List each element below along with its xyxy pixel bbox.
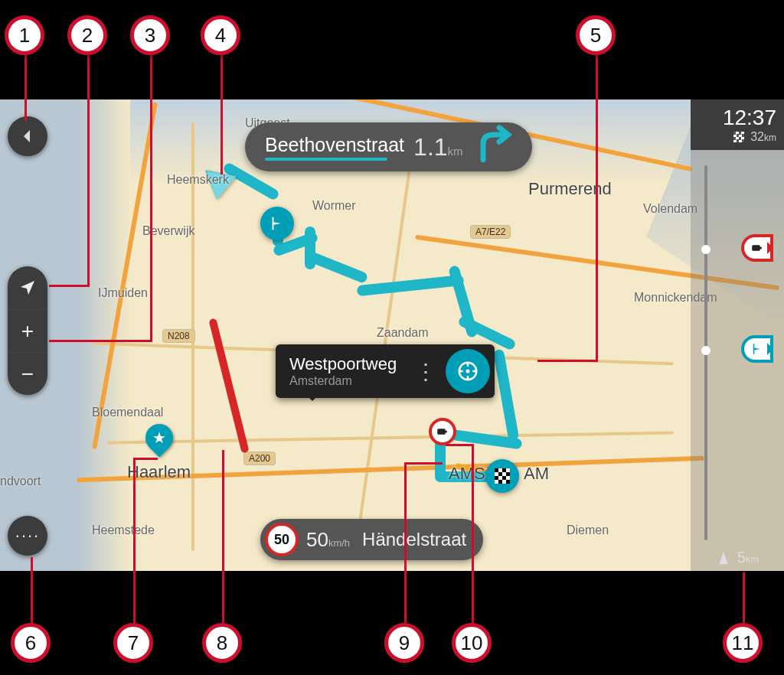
callout-1: 1: [5, 15, 44, 55]
callout-3: 3: [130, 15, 170, 55]
label-wormer: Wormer: [312, 199, 356, 213]
selected-location-subtitle: Amsterdam: [289, 374, 397, 388]
zoom-out-button[interactable]: −: [8, 352, 47, 395]
svg-rect-4: [752, 245, 760, 251]
current-street: Händelstraat: [362, 529, 466, 550]
callout-9: 9: [384, 623, 424, 663]
switch-view-button[interactable]: [8, 266, 47, 309]
selected-location-title: Westpoortweg: [289, 354, 397, 374]
label-zandvoort-cut: ndvoort: [0, 474, 41, 488]
next-instruction-panel[interactable]: Beethovenstraat 1.1km: [245, 122, 532, 171]
drive-to-button[interactable]: [446, 349, 490, 393]
main-menu-button[interactable]: ····: [8, 516, 47, 556]
selected-location-more-button[interactable]: ⋮: [410, 359, 441, 384]
back-button[interactable]: [8, 116, 47, 156]
current-speed: 50km/h: [306, 528, 350, 552]
callout-11: 11: [723, 623, 763, 663]
callout-10: 10: [452, 623, 492, 663]
road-shield-a200: A200: [243, 452, 276, 465]
waypoint-flag-marker[interactable]: [260, 207, 294, 240]
road-shield-a7e22: A7/E22: [470, 225, 511, 239]
label-bloemendaal: Bloemendaal: [92, 406, 163, 419]
callout-5: 5: [576, 15, 616, 55]
favourite-marker[interactable]: ★: [140, 419, 179, 458]
next-distance: 1.1km: [413, 133, 462, 161]
routebar-speed-camera[interactable]: [741, 234, 773, 262]
map-canvas[interactable]: N208 A200 A7/E22 ★: [0, 99, 784, 571]
label-diemen: Diemen: [567, 523, 609, 537]
label-haarlem: Haarlem: [127, 462, 191, 482]
turn-right-icon: [472, 124, 515, 170]
speed-street-panel[interactable]: 50 50km/h Händelstraat: [260, 519, 483, 560]
speed-limit-sign: 50: [265, 523, 299, 556]
next-street: Beethovenstraat: [265, 134, 404, 156]
callout-6: 6: [11, 623, 51, 663]
svg-rect-0: [437, 429, 446, 435]
callout-4: 4: [201, 15, 240, 55]
route-bar[interactable]: 12:37 32km: [691, 99, 784, 571]
arrival-panel[interactable]: 12:37 32km: [691, 99, 784, 150]
callout-8: 8: [202, 623, 242, 663]
svg-point-3: [466, 370, 470, 373]
label-zaandam: Zaandam: [377, 326, 429, 340]
label-ijmuiden: IJmuiden: [98, 286, 148, 300]
svg-point-1: [445, 431, 447, 433]
callout-2: 2: [67, 15, 107, 55]
speed-camera-marker[interactable]: [429, 418, 456, 445]
destination-marker[interactable]: [485, 459, 519, 493]
selected-location-popup[interactable]: Westpoortweg Amsterdam ⋮: [276, 344, 495, 398]
view-zoom-control: + −: [8, 266, 47, 395]
traffic-red-segment: [208, 318, 249, 453]
remaining-distance: 32km: [698, 130, 776, 144]
zoom-in-button[interactable]: +: [8, 309, 47, 352]
routebar-scale: 5km: [691, 549, 784, 566]
label-volendam: Volendam: [643, 202, 697, 216]
label-amsterdam-r: AM: [524, 464, 549, 484]
label-heemskerk: Heemskerk: [167, 173, 229, 187]
label-heemstede: Heemstede: [92, 523, 155, 537]
label-amsterdam-l: AMS: [449, 464, 485, 484]
label-purmerend: Purmerend: [528, 179, 612, 199]
arrival-clock: 12:37: [698, 106, 776, 130]
routebar-waypoint[interactable]: [741, 335, 773, 363]
svg-point-5: [760, 247, 762, 249]
road-shield-n208: N208: [162, 329, 195, 343]
callout-7: 7: [113, 623, 153, 663]
